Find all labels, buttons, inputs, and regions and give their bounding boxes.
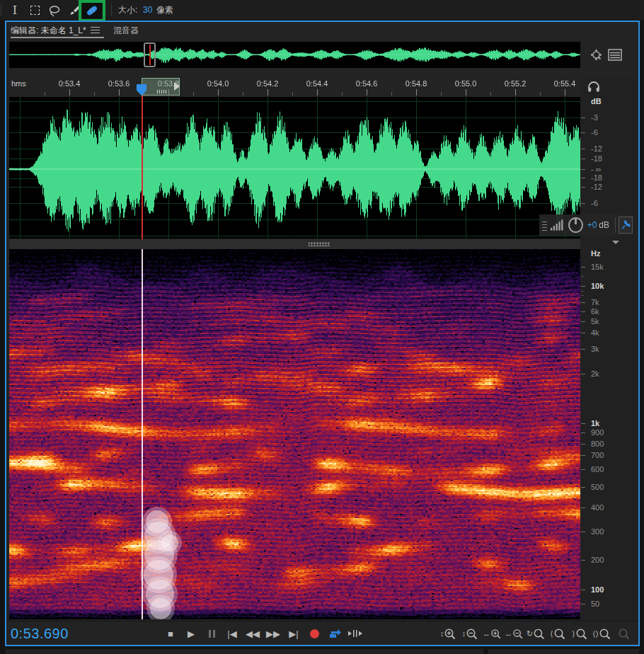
hz-scale-tick	[581, 487, 585, 488]
stop-button[interactable]: ■	[163, 624, 178, 643]
hz-scale-tick	[581, 444, 585, 444]
ruler-tick-minor	[391, 92, 392, 96]
overview-playhead-line	[149, 45, 151, 65]
zoom-controls: ↕↕↔↔↻⟨⟩⟨⟩	[439, 624, 633, 643]
tab-editor-active-underline	[11, 37, 104, 38]
zoom-out-amplitude-button[interactable]: ↕	[461, 624, 480, 643]
hz-scale-tick	[581, 532, 585, 532]
hz-scale-tick	[581, 311, 585, 312]
volume-unit: dB	[599, 220, 609, 230]
overview-viewport-box[interactable]	[144, 42, 156, 67]
overview-waveform[interactable]	[9, 42, 580, 68]
magnifier-icon	[512, 627, 524, 641]
zoom-to-selection-button[interactable]: ⟨⟩	[592, 624, 611, 643]
time-selection-ibeam-tool[interactable]: I	[6, 2, 24, 18]
ruler-tick-label: 0:53.4	[59, 79, 81, 88]
record-button[interactable]	[306, 624, 322, 643]
panel-menu-button[interactable]	[91, 27, 100, 33]
hz-scale-tick-minor	[581, 276, 584, 277]
volume-knob[interactable]	[568, 217, 583, 233]
zoom-reset-button[interactable]: ↻	[527, 624, 546, 643]
lasso-selection-tool[interactable]	[45, 2, 64, 18]
hz-scale-label: 700	[591, 451, 604, 459]
zoom-in-right-selection-button[interactable]: ⟩	[570, 624, 590, 643]
pushpin-icon	[621, 220, 631, 230]
hz-scale-tick	[581, 321, 585, 322]
hz-scale-label: 600	[591, 465, 604, 474]
zoom-in-time-button[interactable]: ↔	[483, 624, 502, 643]
waveform-view[interactable]	[9, 97, 580, 239]
hz-scale-label: 5k	[591, 317, 599, 326]
list-menu-icon	[608, 49, 622, 62]
zoom-out-time-button[interactable]: ↔	[505, 624, 524, 643]
ruler-tick-major	[515, 89, 516, 96]
spectral-frequency-view[interactable]	[9, 249, 580, 619]
collapse-chevron-icon[interactable]	[612, 241, 619, 244]
view-menu-button[interactable]	[608, 49, 622, 64]
skip-to-end-button[interactable]: ▶|	[286, 624, 301, 643]
lasso-icon	[48, 4, 61, 17]
hz-scale-label: 6k	[591, 307, 599, 316]
pin-button[interactable]	[619, 217, 633, 234]
skip-to-start-button[interactable]: |◀	[224, 624, 240, 643]
scale-gutter: dB-3-6-12-18- ∞-18-12-6Hz15k10k7k6k5k4k3…	[581, 78, 640, 620]
headphones-icon	[587, 79, 601, 93]
hz-scale-label: 400	[591, 503, 604, 512]
zoom-in-amplitude-button[interactable]: ↕	[439, 624, 458, 643]
hz-scale-label: 50	[591, 600, 599, 608]
ruler-tick-minor	[292, 92, 293, 96]
hz-scale-label: 3k	[591, 345, 599, 353]
ruler-selection-box[interactable]	[142, 78, 180, 96]
volume-value[interactable]: +0	[587, 220, 597, 230]
magnifier-icon	[465, 627, 478, 641]
pause-button[interactable]	[204, 624, 219, 643]
tab-editor[interactable]: 编辑器: 未命名 1_L*	[11, 25, 86, 37]
db-scale-label: -6	[591, 199, 598, 207]
overview-zoom-reset-button[interactable]	[589, 47, 604, 66]
hz-scale-tick	[581, 333, 585, 333]
hz-scale-tick-minor	[581, 295, 584, 296]
monitor-headphones-button[interactable]	[587, 79, 601, 96]
ruler-tick-major	[119, 89, 120, 96]
loop-playback-button[interactable]	[327, 624, 343, 643]
panel-splitter[interactable]	[9, 239, 580, 249]
drag-grip-icon[interactable]	[542, 220, 547, 231]
marquee-selection-tool[interactable]	[25, 2, 44, 18]
hz-scale-label: 300	[591, 527, 604, 536]
tab-mixer[interactable]: 混音器	[113, 25, 139, 37]
playhead-line-waveform	[142, 95, 143, 239]
ruler-tick-label: 0:55.0	[455, 79, 477, 88]
db-scale-label: -12	[591, 183, 602, 191]
playhead-line-spectrogram	[142, 249, 143, 619]
ruler-tick-label: 0:55.4	[554, 79, 576, 88]
db-scale-tick	[581, 178, 585, 178]
play-button[interactable]: ▶	[183, 624, 199, 643]
ruler-tick-major	[69, 89, 70, 96]
ruler-tick-label: 0:54.6	[356, 79, 378, 88]
ruler-tick-major	[268, 89, 268, 96]
db-scale-label: -6	[591, 128, 598, 137]
time-display[interactable]: 0:53.690	[11, 626, 69, 642]
db-scale-tick	[581, 187, 585, 188]
brush-size-value[interactable]: 30	[143, 0, 152, 20]
hz-scale-label: 7k	[591, 298, 599, 306]
fast-forward-button[interactable]: ▶▶	[265, 624, 281, 643]
ruler-tick-major	[218, 89, 219, 96]
ruler-tick-minor	[45, 92, 45, 96]
loop-icon	[328, 628, 342, 639]
db-scale-tick	[581, 117, 585, 118]
timeline-ruler[interactable]: hms 0:53.40:53.60:53.80:54.00:54.20:54.4…	[9, 78, 580, 96]
magnifier-icon	[490, 627, 502, 641]
toolbar-divider	[1, 4, 1, 16]
waveform-canvas	[9, 97, 580, 239]
hz-scale-label: 4k	[591, 328, 599, 337]
hz-scale-tick	[581, 469, 585, 470]
ruler-tick-minor	[193, 92, 194, 96]
rewind-button[interactable]: ◀◀	[245, 624, 260, 643]
skip-selection-button[interactable]	[347, 624, 363, 643]
audition-window: I	[0, 0, 644, 654]
zoom-in-left-selection-button[interactable]: ⟨	[548, 624, 568, 643]
selection-chevron-right-icon	[174, 82, 180, 91]
ruler-tick-minor	[342, 92, 343, 96]
ruler-tick-label: 0:55.2	[505, 79, 527, 88]
